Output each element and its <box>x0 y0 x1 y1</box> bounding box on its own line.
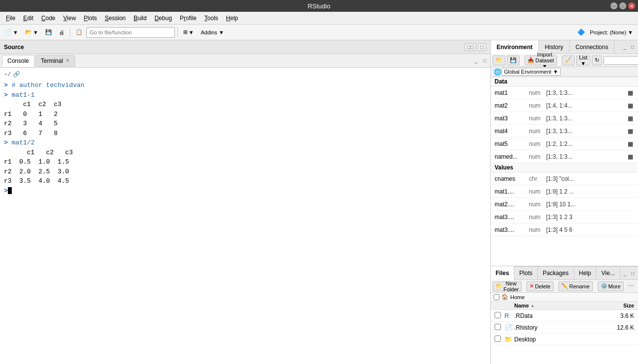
more-button[interactable]: ⚙️ More <box>598 281 624 291</box>
env-collapse-button[interactable]: _ <box>621 43 628 51</box>
files-col-name-header[interactable]: Name ▲ <box>514 303 607 308</box>
env-name-mat5: mat5 <box>495 140 529 147</box>
env-row-mat3v1[interactable]: mat3.... num [1:3] 1 2 3 <box>491 211 638 224</box>
source-collapse-button[interactable]: □□ <box>465 43 476 51</box>
tab-connections[interactable]: Connections <box>570 40 615 54</box>
file-check-desktop[interactable] <box>495 336 504 343</box>
env-row-mat2[interactable]: mat2 num [1:4, 1:4... ▦ <box>491 99 638 112</box>
file-checkbox-rhistory[interactable] <box>495 324 501 330</box>
env-row-mat1[interactable]: mat1 num [1:3, 1:3... ▦ <box>491 86 638 99</box>
env-row-mat3v2[interactable]: mat3.... num [1:3] 4 5 6 <box>491 224 638 236</box>
open-file-button[interactable]: 📂 ▼ <box>22 27 41 38</box>
tab-console[interactable]: Console <box>2 55 34 67</box>
env-row-named[interactable]: named... num [1:3, 1:3... ▦ <box>491 150 638 163</box>
new-file-button[interactable]: 📄 ▼ <box>2 27 21 38</box>
rename-button[interactable]: ✏️ Rename <box>558 281 593 291</box>
env-grid-icon-mat2[interactable]: ▦ <box>626 102 634 110</box>
tab-vie[interactable]: Vie... <box>596 266 620 280</box>
home-label[interactable]: Home <box>510 294 525 300</box>
env-grid-icon-mat3[interactable]: ▦ <box>626 114 634 122</box>
tab-history-label: History <box>545 44 563 51</box>
delete-button[interactable]: ✕ Delete <box>527 281 554 291</box>
import-dataset-button[interactable]: 📥 Import Dataset ▼ <box>525 56 557 65</box>
file-icon-col-desktop: 📁 <box>504 336 514 343</box>
project-button[interactable]: Project: (None) ▼ <box>587 27 636 38</box>
file-row-desktop[interactable]: 📁 Desktop <box>491 334 638 345</box>
env-grid-icon-mat1[interactable]: ▦ <box>626 89 634 97</box>
tab-connections-label: Connections <box>576 44 609 51</box>
tab-plots[interactable]: Plots <box>514 266 538 280</box>
tab-help[interactable]: Help <box>574 266 597 280</box>
cursor <box>8 187 12 194</box>
addins-button[interactable]: Addins ▼ <box>198 27 227 38</box>
minimize-button[interactable]: ─ <box>610 2 617 9</box>
source-expand-button[interactable]: □ <box>478 43 486 51</box>
close-button[interactable]: ✕ <box>628 2 635 9</box>
menu-build[interactable]: Build <box>130 14 151 23</box>
new-folder-button[interactable]: 📁 New Folder <box>493 281 522 291</box>
env-val-mat2: [1:4, 1:4... <box>546 102 626 109</box>
menu-plots[interactable]: Plots <box>80 14 101 23</box>
env-row-mat2v[interactable]: mat2.... num [1:9] 10 1... <box>491 198 638 211</box>
env-expand-button[interactable]: □ <box>629 43 636 51</box>
files-extra-button[interactable]: ⋯ <box>625 282 637 290</box>
menu-tools[interactable]: Tools <box>200 14 222 23</box>
env-type-mat5: num <box>529 140 546 147</box>
global-env-select[interactable]: Global Environment ▼ <box>501 68 561 76</box>
env-row-mat1v[interactable]: mat1.... num [1:9] 1 2 ... <box>491 185 638 198</box>
console-content[interactable]: ~/ 🔗 > # author techvidvan > mat1-1 c1 c… <box>0 68 490 364</box>
env-row-mat4[interactable]: mat4 num [1:3, 1:3... ▦ <box>491 125 638 138</box>
load-workspace-button[interactable]: 📁 <box>493 56 505 65</box>
env-grid-icon-mat5[interactable]: ▦ <box>626 140 634 148</box>
tab-terminal-close[interactable]: ✕ <box>65 57 70 64</box>
console-collapse-button[interactable]: _ <box>472 57 479 64</box>
env-grid-icon-mat4[interactable]: ▦ <box>626 127 634 135</box>
console-expand-button[interactable]: □ <box>481 57 488 64</box>
menu-code[interactable]: Code <box>37 14 59 23</box>
titlebar-controls[interactable]: ─ □ ✕ <box>610 2 635 9</box>
file-check-rhistory[interactable] <box>495 324 504 332</box>
env-search[interactable] <box>604 56 638 65</box>
print-button[interactable]: 🖨 <box>56 27 67 38</box>
open-file-arrow: ▼ <box>33 29 38 35</box>
save-button[interactable]: 💾 <box>42 27 55 38</box>
file-checkbox-desktop[interactable] <box>495 336 501 342</box>
env-row-mat3[interactable]: mat3 num [1:3, 1:3... ▦ <box>491 112 638 125</box>
menu-profile[interactable]: Profile <box>176 14 200 23</box>
maximize-button[interactable]: □ <box>619 2 626 9</box>
tab-packages[interactable]: Packages <box>538 266 574 280</box>
clear-env-button[interactable]: 🧹 <box>562 56 575 65</box>
tab-terminal[interactable]: Terminal ✕ <box>35 55 75 67</box>
env-type-mat4: num <box>529 128 546 135</box>
list-view-button[interactable]: List ▼ <box>576 56 590 65</box>
env-row-mat5[interactable]: mat5 num [1:2, 1:2... ▦ <box>491 138 638 150</box>
load-icon: 📁 <box>496 57 502 63</box>
col-size-label: Size <box>623 303 634 308</box>
menu-session[interactable]: Session <box>101 14 130 23</box>
tab-environment[interactable]: Environment <box>491 40 539 54</box>
env-grid-icon-named[interactable]: ▦ <box>626 153 634 161</box>
grid-button[interactable]: ⊞ ▼ <box>180 27 197 38</box>
files-select-all[interactable] <box>494 294 499 300</box>
file-checkbox-rdata[interactable] <box>495 312 501 318</box>
menu-debug[interactable]: Debug <box>151 14 176 23</box>
files-collapse-button[interactable]: _ <box>621 270 628 277</box>
menu-file[interactable]: File <box>2 14 19 23</box>
file-check-rdata[interactable] <box>495 312 504 320</box>
tab-files[interactable]: Files <box>491 266 514 280</box>
env-val-mat1: [1:3, 1:3... <box>546 89 626 96</box>
menu-view[interactable]: View <box>59 14 80 23</box>
files-col-size-header[interactable]: Size <box>607 303 634 308</box>
output-7: r2 2.0 2.5 3.0 <box>4 168 69 175</box>
file-row-rhistory[interactable]: 📄 .Rhistory 12.6 K <box>491 322 638 334</box>
menu-edit[interactable]: Edit <box>19 14 37 23</box>
refresh-env-button[interactable]: ↻ <box>592 56 602 65</box>
goto-button[interactable]: 📋 <box>73 27 85 38</box>
menu-help[interactable]: Help <box>222 14 242 23</box>
files-expand-button[interactable]: □ <box>629 270 636 277</box>
file-row-rdata[interactable]: R .RData 3.6 K <box>491 310 638 322</box>
save-workspace-button[interactable]: 💾 <box>507 56 520 65</box>
tab-terminal-label: Terminal <box>41 57 63 64</box>
goto-input[interactable] <box>86 27 175 38</box>
env-row-cnames[interactable]: cnames chr [1:3] "col... <box>491 172 638 185</box>
